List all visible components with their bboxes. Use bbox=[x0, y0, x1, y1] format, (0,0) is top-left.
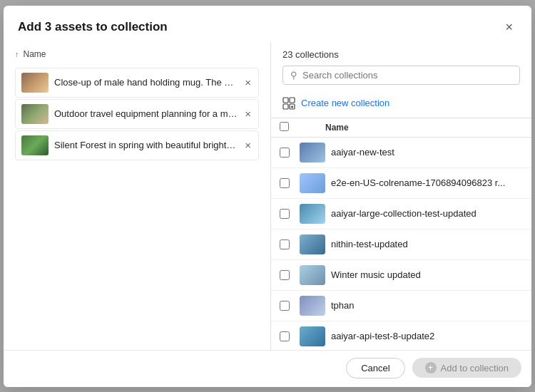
collections-count: 23 collections bbox=[271, 49, 531, 66]
sort-label: Name bbox=[24, 49, 46, 59]
collection-item[interactable]: aaiyar-new-test bbox=[271, 138, 531, 168]
collection-checkbox[interactable] bbox=[280, 239, 290, 249]
header-name-col: Name bbox=[325, 123, 520, 133]
create-collection-icon bbox=[282, 97, 295, 110]
collection-item[interactable]: e2e-en-US-colrename-1706894096823 r... bbox=[271, 168, 531, 199]
collection-checkbox-wrap bbox=[280, 178, 300, 188]
header-checkbox-col bbox=[280, 121, 300, 134]
collection-checkbox-wrap bbox=[280, 301, 300, 311]
collection-thumbnail bbox=[300, 204, 325, 224]
add-label: Add to collection bbox=[441, 363, 509, 373]
asset-name: Close-up of male hand holding mug. The a… bbox=[54, 77, 238, 88]
collections-list[interactable]: aaiyar-new-test e2e-en-US-colrename-1706… bbox=[271, 138, 531, 350]
asset-thumbnail bbox=[21, 73, 49, 93]
asset-item: Silent Forest in spring with beautiful b… bbox=[15, 130, 259, 160]
collection-name: aaiyar-large-collection-test-updated bbox=[331, 208, 520, 219]
collection-item[interactable]: tphan bbox=[271, 291, 531, 321]
collection-thumbnail bbox=[300, 234, 325, 254]
collection-item[interactable]: aaiyar-large-collection-test-updated bbox=[271, 199, 531, 229]
modal-title: Add 3 assets to collection bbox=[18, 20, 168, 34]
create-collection-button[interactable]: Create new collection bbox=[271, 92, 531, 115]
collection-thumbnail bbox=[300, 173, 325, 193]
asset-item: Close-up of male hand holding mug. The a… bbox=[15, 68, 259, 98]
collection-name: e2e-en-US-colrename-1706894096823 r... bbox=[331, 177, 520, 188]
collection-checkbox[interactable] bbox=[280, 178, 290, 188]
collections-table-header: Name bbox=[271, 118, 531, 138]
svg-rect-2 bbox=[283, 104, 288, 109]
collection-checkbox[interactable] bbox=[280, 331, 290, 341]
collection-checkbox-wrap bbox=[280, 239, 300, 249]
svg-rect-1 bbox=[290, 98, 295, 103]
collection-name: aaiyar-new-test bbox=[331, 147, 520, 158]
cancel-button[interactable]: Cancel bbox=[346, 358, 404, 378]
svg-rect-0 bbox=[283, 98, 288, 103]
collection-name: Winter music updated bbox=[331, 269, 520, 280]
create-collection-label: Create new collection bbox=[301, 98, 389, 108]
collection-thumbnail bbox=[300, 326, 325, 346]
search-input[interactable] bbox=[302, 70, 512, 81]
asset-thumbnail bbox=[21, 135, 49, 155]
collection-checkbox[interactable] bbox=[280, 301, 290, 311]
asset-remove-button[interactable]: × bbox=[243, 139, 253, 151]
add-icon: + bbox=[425, 362, 437, 373]
assets-header: ↑ Name bbox=[15, 49, 259, 62]
left-panel: ↑ Name Close-up of male hand holding mug… bbox=[4, 42, 271, 350]
search-icon: ⚲ bbox=[290, 70, 297, 81]
collection-thumbnail bbox=[300, 143, 325, 163]
collection-thumbnail bbox=[300, 265, 325, 285]
modal: Add 3 assets to collection × ↑ Name Clos… bbox=[4, 6, 531, 387]
collection-name: aaiyar-api-test-8-update2 bbox=[331, 331, 520, 341]
collection-checkbox-wrap bbox=[280, 148, 300, 158]
asset-list: Close-up of male hand holding mug. The a… bbox=[15, 68, 259, 160]
collection-name: nithin-test-updated bbox=[331, 239, 520, 249]
collection-item[interactable]: aaiyar-api-test-8-update2 bbox=[271, 321, 531, 350]
collection-checkbox-wrap bbox=[280, 270, 300, 280]
search-bar: ⚲ bbox=[282, 66, 520, 85]
collection-item[interactable]: nithin-test-updated bbox=[271, 229, 531, 260]
collection-checkbox[interactable] bbox=[280, 270, 290, 280]
collection-name: tphan bbox=[331, 300, 520, 311]
asset-item: Outdoor travel equipment planning for a … bbox=[15, 99, 259, 129]
modal-footer: Cancel + Add to collection bbox=[4, 350, 531, 387]
asset-name: Silent Forest in spring with beautiful b… bbox=[54, 140, 238, 150]
right-panel: 23 collections ⚲ bbox=[271, 42, 531, 350]
collection-thumbnail bbox=[300, 296, 325, 316]
asset-remove-button[interactable]: × bbox=[243, 108, 253, 120]
sort-icon: ↑ bbox=[15, 50, 19, 58]
close-button[interactable]: × bbox=[501, 19, 517, 36]
modal-header: Add 3 assets to collection × bbox=[4, 6, 531, 42]
collection-checkbox[interactable] bbox=[280, 209, 290, 219]
modal-overlay: Add 3 assets to collection × ↑ Name Clos… bbox=[0, 0, 535, 392]
select-all-checkbox[interactable] bbox=[280, 122, 289, 131]
add-to-collection-button[interactable]: + Add to collection bbox=[412, 358, 521, 378]
asset-remove-button[interactable]: × bbox=[243, 76, 253, 88]
asset-name: Outdoor travel equipment planning for a … bbox=[54, 108, 238, 119]
collection-checkbox-wrap bbox=[280, 209, 300, 219]
collection-item[interactable]: Winter music updated bbox=[271, 260, 531, 291]
modal-body: ↑ Name Close-up of male hand holding mug… bbox=[4, 42, 531, 350]
collection-checkbox[interactable] bbox=[280, 148, 290, 158]
collection-checkbox-wrap bbox=[280, 331, 300, 341]
asset-thumbnail bbox=[21, 104, 49, 124]
